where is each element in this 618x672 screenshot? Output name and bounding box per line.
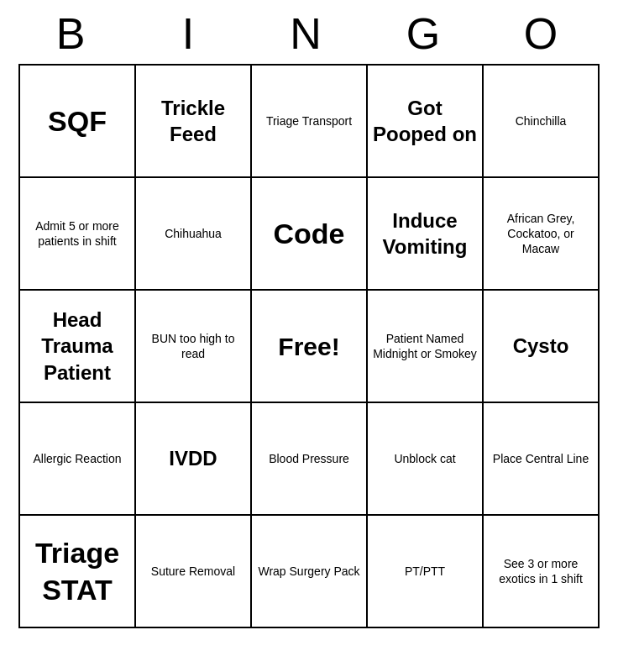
letter-b: B [19,8,128,59]
bingo-grid: SQFTrickle FeedTriage TransportGot Poope… [18,64,600,628]
bingo-cell-5: Admit 5 or more patients in shift [20,178,136,291]
bingo-cell-12: Free! [252,291,368,403]
bingo-cell-10: Head Trauma Patient [20,291,136,403]
bingo-cell-13: Patient Named Midnight or Smokey [368,291,484,403]
bingo-cell-18: Unblock cat [368,403,484,516]
bingo-cell-14: Cysto [484,291,600,403]
bingo-cell-8: Induce Vomiting [368,178,484,291]
bingo-cell-4: Chinchilla [484,66,600,178]
bingo-cell-9: African Grey, Cockatoo, or Macaw [484,178,600,291]
bingo-cell-11: BUN too high to read [136,291,252,403]
bingo-cell-2: Triage Transport [252,66,368,178]
letter-g: G [372,8,481,59]
bingo-header: B I N G O [15,8,603,59]
bingo-cell-15: Allergic Reaction [20,403,136,516]
bingo-cell-19: Place Central Line [484,403,600,516]
letter-n: N [254,8,364,59]
bingo-cell-20: Triage STAT [20,516,136,628]
bingo-cell-22: Wrap Surgery Pack [252,516,368,628]
letter-i: I [137,8,246,59]
bingo-cell-17: Blood Pressure [252,403,368,516]
bingo-cell-23: PT/PTT [368,516,484,628]
bingo-cell-0: SQF [20,66,136,178]
bingo-cell-21: Suture Removal [136,516,252,628]
bingo-cell-1: Trickle Feed [136,66,252,178]
bingo-cell-16: IVDD [136,403,252,516]
bingo-cell-7: Code [252,178,368,291]
letter-o: O [490,8,599,59]
bingo-cell-24: See 3 or more exotics in 1 shift [484,516,600,628]
bingo-cell-3: Got Pooped on [368,66,484,178]
bingo-cell-6: Chihuahua [136,178,252,291]
